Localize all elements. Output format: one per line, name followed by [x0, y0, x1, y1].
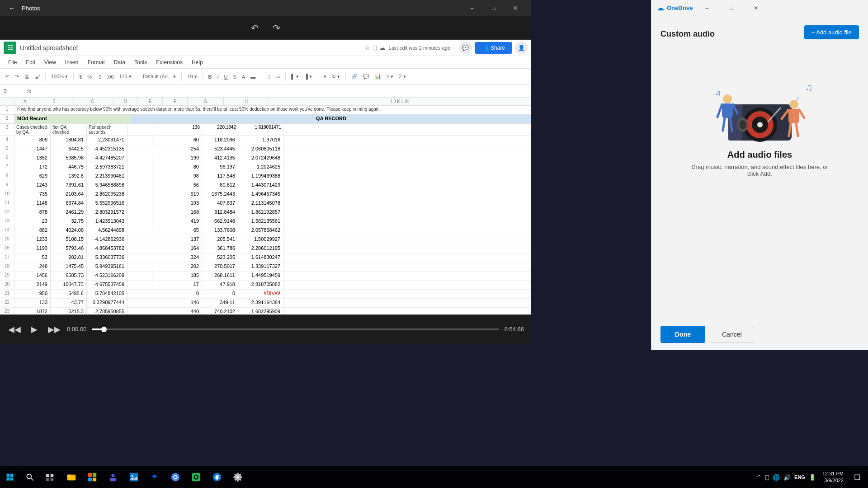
cell-g-9[interactable]: 662.9148 [202, 217, 238, 226]
currency-button[interactable]: $ [77, 73, 84, 80]
back-button[interactable]: ← [5, 2, 18, 14]
cell-g-5[interactable]: 80.812 [202, 181, 238, 190]
start-button[interactable] [0, 467, 20, 487]
cell-f-3[interactable]: 80 [177, 163, 202, 172]
notification-button[interactable]: ☐ [850, 466, 864, 488]
cell-g-11[interactable]: 205.541 [202, 235, 238, 244]
cell-b-11[interactable]: 5108.15 [51, 235, 87, 244]
cell-c-16[interactable]: 4.675537459 [87, 281, 127, 289]
cell-g-6[interactable]: 1375.2443 [202, 190, 238, 199]
strikethrough-button[interactable]: S [231, 73, 238, 80]
taskbar-teams-button[interactable] [103, 467, 123, 487]
cell-g-8[interactable]: 312.8484 [202, 208, 238, 217]
cell-a-4[interactable]: 629 [14, 172, 51, 181]
taskbar-dropbox-button[interactable] [145, 467, 165, 487]
done-button[interactable]: Done [660, 326, 705, 343]
menu-insert[interactable]: Insert [61, 57, 83, 67]
cell-b-13[interactable]: 282.81 [51, 253, 87, 262]
cell-h-2[interactable]: 2.072429648 [238, 154, 283, 163]
decimal2-button[interactable]: .00 [105, 73, 115, 80]
cell-c-18[interactable]: 0.3290977444 [87, 299, 127, 307]
cell-f-7[interactable]: 193 [177, 199, 202, 208]
menu-file[interactable]: File [4, 57, 21, 67]
redo-button[interactable]: ↷ [269, 21, 284, 35]
cell-a-10[interactable]: 882 [14, 226, 51, 235]
font-size-select[interactable]: 10 ▾ [185, 73, 198, 80]
cell-b-5[interactable]: 7391.61 [51, 181, 87, 190]
chevron-up-icon[interactable]: ⌃ [757, 474, 762, 481]
link-button[interactable]: 🔗 [349, 73, 359, 80]
cell-h-10[interactable]: 2.057858462 [238, 226, 283, 235]
taskbar-explorer-button[interactable] [61, 467, 81, 487]
cell-b-14[interactable]: 1475.45 [51, 263, 87, 271]
decimal-button[interactable]: .0 [95, 73, 103, 80]
menu-edit[interactable]: Edit [21, 57, 40, 67]
taskbar-edge-button[interactable] [207, 467, 227, 487]
text-wrap-select[interactable]: ⋯ ▾ [316, 73, 328, 80]
cell-h-11[interactable]: 1.50029927 [238, 235, 283, 244]
menu-data[interactable]: Data [109, 57, 130, 67]
cell-b-3[interactable]: 446.75 [51, 163, 87, 172]
cell-g-18[interactable]: 349.11 [202, 299, 238, 307]
col-header-a[interactable]: A [14, 98, 36, 105]
cell-f-2[interactable]: 199 [177, 154, 202, 163]
cell-b-7[interactable]: 6374.84 [51, 199, 87, 208]
cell-a-1[interactable]: 1447 [14, 145, 51, 154]
cell-b-4[interactable]: 1392.6 [51, 172, 87, 181]
cell-c-2[interactable]: 4.427485207 [87, 154, 127, 163]
align-h-select[interactable]: ▌ ▾ [289, 73, 301, 80]
cell-g-14[interactable]: 270.5017 [202, 263, 238, 271]
folder-icon[interactable]: ⎕ [373, 44, 377, 51]
cell-f-6[interactable]: 919 [177, 190, 202, 199]
menu-view[interactable]: View [40, 57, 61, 67]
cell-a-16[interactable]: 2149 [14, 281, 51, 289]
menu-help[interactable]: Help [187, 57, 208, 67]
chart-button[interactable]: 📊 [373, 73, 383, 80]
cell-b-9[interactable]: 32.75 [51, 217, 87, 226]
col-header-b[interactable]: B [36, 98, 72, 105]
col-header-c[interactable]: C [72, 98, 113, 105]
cell-a-14[interactable]: 248 [14, 263, 51, 271]
cell-g-10[interactable]: 133.7608 [202, 226, 238, 235]
cell-h-9[interactable]: 1.582135561 [238, 217, 283, 226]
cell-a-0[interactable]: 809 [14, 136, 51, 145]
cell-h-4[interactable]: 1.199469388 [238, 172, 283, 181]
zoom-select[interactable]: 100% ▾ [49, 73, 70, 80]
cell-b-18[interactable]: 43.77 [51, 299, 87, 307]
cell-b-12[interactable]: 5793.46 [51, 244, 87, 253]
cell-c-11[interactable]: 4.142862936 [87, 235, 127, 244]
play-button[interactable]: ▶ [27, 322, 42, 337]
share-button[interactable]: 👥 Share [475, 42, 512, 54]
cell-g-16[interactable]: 47.918 [202, 281, 238, 289]
cell-f-17[interactable]: 0 [177, 290, 202, 298]
menu-tools[interactable]: Tools [130, 57, 151, 67]
cell-a-18[interactable]: 133 [14, 299, 51, 307]
cloud-icon[interactable]: ☁ [379, 44, 385, 51]
format-num-select[interactable]: 123 ▾ [118, 73, 133, 80]
cell-g-1[interactable]: 523.4445 [202, 145, 238, 154]
col-header-g[interactable]: G [188, 98, 224, 105]
cell-c-10[interactable]: 4.56244898 [87, 226, 127, 235]
cell-b-2[interactable]: 5985.96 [51, 154, 87, 163]
cancel-button[interactable]: Cancel [711, 326, 753, 343]
od-close-button[interactable]: ✕ [745, 0, 766, 16]
print-button[interactable]: 🖶 [23, 73, 31, 80]
cell-c-8[interactable]: 2.803291572 [87, 208, 127, 217]
col-header-e[interactable]: E [138, 98, 163, 105]
cell-a-12[interactable]: 1190 [14, 244, 51, 253]
align-v-select[interactable]: ▐ ▾ [302, 73, 314, 80]
taskbar-chrome-button[interactable] [165, 467, 185, 487]
cell-g-13[interactable]: 523.205 [202, 253, 238, 262]
cell-f-11[interactable]: 137 [177, 235, 202, 244]
cell-h-7[interactable]: 2.113145078 [238, 199, 283, 208]
italic-button[interactable]: I [216, 73, 221, 80]
cell-a-9[interactable]: 23 [14, 217, 51, 226]
progress-bar[interactable] [92, 328, 499, 330]
taskbar-photos-button[interactable] [124, 467, 144, 487]
cell-c-4[interactable]: 2.213990461 [87, 172, 127, 181]
cell-g-19[interactable]: 740.2102 [202, 308, 238, 314]
cell-b-0[interactable]: 1804.81 [51, 136, 87, 145]
text-rotate-select[interactable]: ↻ ▾ [330, 73, 342, 80]
cell-a-5[interactable]: 1243 [14, 181, 51, 190]
cell-g-0[interactable]: 118.2096 [202, 136, 238, 145]
